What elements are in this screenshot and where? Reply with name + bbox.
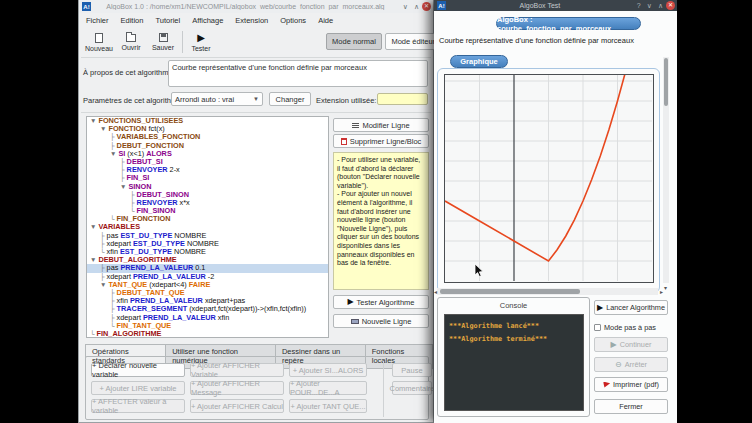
tree-branch-icon: ├: [110, 142, 115, 149]
separator: [81, 57, 431, 58]
save-label: Sauver: [152, 44, 174, 51]
scroll-left-icon[interactable]: ◂: [434, 288, 437, 295]
close-button[interactable]: Fermer: [594, 399, 668, 414]
tree-branch-icon: ├: [110, 133, 115, 140]
chevron-down-icon: ▼: [253, 96, 259, 102]
run-algorithm-button[interactable]: ▶ Lancer Algorithme: [594, 300, 668, 315]
stop-button[interactable]: ⊖ Arrêter: [594, 357, 668, 372]
stop-label: Arrêter: [625, 360, 647, 369]
panel-button-affecter-valeur-à-variable[interactable]: + AFFECTER valeur à variable: [91, 399, 185, 413]
tree-branch-icon: ├: [130, 199, 135, 206]
stop-icon: ⊖: [615, 361, 622, 369]
tree-branch-icon: ├: [130, 191, 135, 198]
tree-branch-icon: ├: [100, 240, 105, 247]
console-output: ***Algorithme lancé******Algorithme term…: [444, 314, 584, 411]
panel-button-commentaire[interactable]: Commentaire: [392, 381, 432, 395]
vscroll-thumb[interactable]: [664, 58, 668, 106]
step-mode-checkbox[interactable]: [594, 324, 601, 331]
delete-line-label: Supprimer Ligne/Bloc: [350, 137, 422, 146]
menu-item-options[interactable]: Options: [275, 13, 311, 27]
algorithm-tree[interactable]: ▼FONCTIONS_UTILISEES▼FONCTION fct(x)├VAR…: [86, 116, 329, 338]
tree-token: NOMBRE: [174, 247, 206, 256]
tree-row[interactable]: ├DEBUT_SI: [87, 158, 328, 166]
mode-normal-button[interactable]: Mode normal: [326, 33, 382, 50]
menu-item-extension[interactable]: Extension: [230, 13, 273, 27]
menu-item-affichage[interactable]: Affichage: [187, 13, 228, 27]
panel-button-ajouter-tant-que[interactable]: + Ajouter TANT QUE...: [289, 399, 367, 413]
play-icon: ▶: [197, 33, 205, 43]
open-label: Ouvrir: [121, 44, 140, 51]
curve-fct: [445, 75, 630, 261]
tree-token: xfin: [218, 313, 229, 322]
step-mode-label: Mode pas à pas: [604, 323, 656, 332]
right-window-title: AlgoBox Test: [446, 2, 634, 9]
tree-branch-icon: ├: [110, 314, 115, 321]
params-select[interactable]: Arrondi auto : vrai ▼: [171, 92, 263, 106]
panel-button-ajouter-si-alors[interactable]: + Ajouter SI...ALORS: [289, 363, 367, 377]
tree-branch-icon: └: [90, 330, 95, 337]
console-label: Console: [438, 301, 589, 310]
maximize-icon[interactable]: ∧: [414, 3, 419, 11]
new-line-button[interactable]: Nouvelle Ligne: [333, 314, 429, 328]
panel-button-ajouter-lire-variable[interactable]: + Ajouter LIRE variable: [91, 381, 185, 395]
minimize-icon[interactable]: ∨: [403, 3, 408, 11]
panel-button-ajouter-pour-de-a[interactable]: + Ajouter POUR...DE...A: [289, 381, 367, 395]
mouse-cursor: [474, 264, 484, 278]
header-pill: AlgoBox : courbe_fonction_par_morceaux: [496, 17, 641, 30]
help-icon[interactable]: ?: [637, 2, 641, 9]
new-button[interactable]: Nouveau: [84, 29, 114, 55]
tree-row[interactable]: ├DEBUT_SINON: [87, 191, 328, 199]
tree-token: 2-x: [170, 165, 180, 174]
panel-button-ajouter-afficher-message[interactable]: + Ajouter AFFICHER Message: [190, 381, 284, 395]
tree-row[interactable]: ▼SI (x<1) ALORS: [87, 150, 328, 158]
algobox-editor-window: A! AlgoBox 1.0 : /home/xm1/NEWCOMPIL/alg…: [78, 0, 434, 423]
toolbar-separator: [182, 31, 183, 53]
maximize-icon[interactable]: ∧: [658, 2, 663, 10]
print-pdf-button[interactable]: Imprimer (pdf): [594, 377, 668, 392]
step-mode-row[interactable]: Mode pas à pas: [594, 323, 656, 332]
tree-row[interactable]: ▼SINON: [87, 183, 328, 191]
tree-row[interactable]: └FIN_ALGORITHME: [87, 330, 328, 338]
menu-item-aide[interactable]: Aide: [313, 13, 338, 27]
panel-button-pause[interactable]: Pause: [392, 363, 432, 377]
tree-expand-icon: ▼: [90, 223, 96, 230]
modify-line-label: Modifier Ligne: [362, 121, 409, 130]
operations-panel: + Déclarer nouvelle variable+ Ajouter LI…: [85, 356, 429, 420]
close-icon[interactable]: ✕: [422, 2, 431, 11]
open-button[interactable]: Ouvrir: [116, 29, 146, 55]
continue-button[interactable]: ▶ Continuer: [594, 337, 668, 352]
graph-pill: Graphique: [450, 55, 508, 68]
vertical-scrollbar[interactable]: [663, 57, 669, 283]
menu-item-edition[interactable]: Edition: [116, 13, 149, 27]
close-label: Fermer: [619, 402, 643, 411]
print-label: Imprimer (pdf): [613, 380, 659, 389]
extension-input[interactable]: [377, 93, 428, 105]
graph-plot[interactable]: [444, 74, 654, 283]
tree-row[interactable]: ├RENVOYER x*x: [87, 199, 328, 207]
modify-line-button[interactable]: Modifier Ligne: [333, 118, 429, 132]
delete-line-button[interactable]: Supprimer Ligne/Bloc: [333, 134, 429, 148]
menu-item-tutoriel[interactable]: Tutoriel: [150, 13, 185, 27]
about-textarea[interactable]: Courbe représentative d'une fonction déf…: [168, 60, 428, 87]
tree-row[interactable]: ├FIN_SI: [87, 174, 328, 182]
left-window-title: AlgoBox 1.0 : /home/xm1/NEWCOMPIL/algobo…: [91, 3, 400, 10]
scroll-right-icon[interactable]: ▸: [660, 288, 663, 295]
left-titlebar: A! AlgoBox 1.0 : /home/xm1/NEWCOMPIL/alg…: [79, 0, 433, 13]
test-button[interactable]: ▶ Tester: [186, 29, 216, 55]
panel-button-ajouter-afficher-variable[interactable]: + Ajouter AFFICHER Variable: [190, 363, 284, 377]
minimize-icon[interactable]: ∨: [647, 2, 652, 10]
hscroll-thumb[interactable]: [440, 289, 580, 294]
new-line-label: Nouvelle Ligne: [362, 317, 412, 326]
new-label: Nouveau: [85, 45, 113, 52]
horizontal-scrollbar[interactable]: [437, 288, 658, 295]
test-algorithm-button[interactable]: ▶ Tester Algorithme: [333, 295, 429, 309]
scroll-down-icon[interactable]: ▾: [664, 284, 667, 291]
menu-item-fichier[interactable]: Fichier: [81, 13, 114, 27]
close-icon[interactable]: ✕: [666, 1, 675, 10]
params-label: Paramètres de cet algorithme:: [83, 96, 183, 105]
panel-button-déclarer-nouvelle-variable[interactable]: + Déclarer nouvelle variable: [91, 363, 185, 377]
tree-expand-icon: ▼: [90, 117, 96, 124]
save-button[interactable]: Sauver: [148, 29, 178, 55]
change-button[interactable]: Changer: [269, 92, 311, 106]
panel-button-ajouter-afficher-calcul[interactable]: + Ajouter AFFICHER Calcul: [190, 399, 284, 413]
